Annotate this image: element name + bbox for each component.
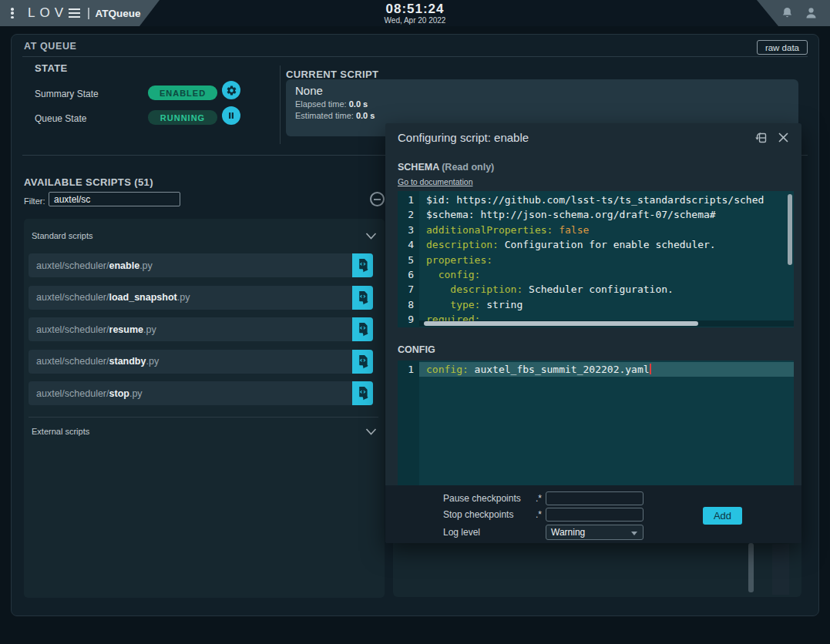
launch-script-button[interactable] — [352, 317, 373, 341]
select-caret-icon — [631, 532, 637, 535]
pause-checkpoints-hint: .* — [529, 493, 542, 504]
current-script-title: CURRENT SCRIPT — [286, 69, 378, 80]
script-launch-icon — [357, 354, 369, 369]
state-section-title: STATE — [35, 62, 68, 74]
summary-state-label: Summary State — [35, 89, 99, 99]
line-number: 1 — [398, 193, 419, 207]
script-launch-icon — [357, 322, 369, 337]
close-icon[interactable] — [776, 130, 791, 145]
clock-time: 08:51:24 — [0, 2, 830, 15]
notifications-bell-icon[interactable] — [781, 6, 794, 20]
current-script-name: None — [295, 84, 789, 97]
state-divider — [280, 65, 281, 144]
panel-title-divider — [22, 56, 808, 57]
line-number: 2 — [398, 207, 419, 222]
scripts-panel: Standard scripts auxtel/scheduler/enable… — [24, 219, 385, 598]
queue-state-badge: RUNNING — [148, 110, 217, 125]
stop-checkpoints-hint: .* — [529, 509, 542, 520]
launch-script-button[interactable] — [352, 286, 373, 310]
documentation-link[interactable]: Go to documentation — [398, 177, 472, 186]
queue-state-label: Queue State — [35, 113, 86, 124]
panel-title: AT QUEUE — [24, 41, 76, 52]
line-number: 6 — [398, 267, 419, 282]
external-scripts-group[interactable]: External scripts — [32, 424, 377, 439]
chevron-down-icon — [365, 233, 377, 240]
script-path: auxtel/scheduler/stop.py — [29, 388, 143, 399]
schema-vertical-scrollbar[interactable] — [788, 194, 792, 265]
line-number: 9 — [398, 312, 419, 327]
clock: 08:51:24 Wed, Apr 20 2022 — [0, 2, 830, 25]
pause-checkpoints-label: Pause checkpoints — [443, 493, 529, 504]
collapse-scripts-button[interactable] — [370, 192, 385, 206]
queue-panel-column — [772, 544, 789, 595]
stop-checkpoints-label: Stop checkpoints — [443, 509, 529, 520]
config-heading: CONFIG — [398, 344, 435, 355]
chevron-down-icon — [365, 428, 377, 435]
minus-icon — [374, 199, 381, 200]
schema-horizontal-scrollbar[interactable] — [424, 321, 698, 326]
code-line: 4description: Configuration for enable s… — [398, 237, 794, 252]
script-row[interactable]: auxtel/scheduler/standby.py — [29, 350, 373, 374]
code-line: 2$schema: http://json-schema.org/draft-0… — [398, 207, 794, 222]
script-launch-icon — [357, 386, 369, 401]
log-level-value: Warning — [551, 527, 585, 538]
user-icon[interactable] — [805, 6, 818, 20]
config-editor[interactable]: 1config: auxtel_fbs_summit_202202.yaml — [398, 361, 794, 485]
line-number: 5 — [398, 253, 419, 267]
config-code-lines: 1config: auxtel_fbs_summit_202202.yaml — [398, 362, 794, 377]
detach-window-icon[interactable] — [754, 130, 768, 145]
launch-script-button[interactable] — [352, 350, 373, 374]
script-launch-icon — [357, 258, 369, 273]
line-number: 1 — [398, 362, 419, 377]
filter-input[interactable] — [49, 192, 180, 206]
raw-data-button[interactable]: raw data — [757, 40, 808, 55]
script-path: auxtel/scheduler/load_snapshot.py — [29, 292, 190, 303]
schema-editor[interactable]: 1$id: https://github.com/lsst-ts/ts_stan… — [398, 191, 794, 327]
elapsed-value: 0.0 s — [349, 99, 368, 109]
gear-icon — [226, 85, 237, 96]
line-number: 8 — [398, 297, 419, 312]
schema-hscroll-track — [419, 320, 794, 327]
modal-title: Configuring script: enable — [398, 131, 529, 144]
queue-scrollbar[interactable] — [748, 543, 754, 592]
script-row[interactable]: auxtel/scheduler/stop.py — [29, 381, 373, 405]
summary-state-settings-button[interactable] — [222, 81, 240, 99]
schema-code-lines: 1$id: https://github.com/lsst-ts/ts_stan… — [398, 193, 794, 327]
modal-footer: Pause checkpoints .* Stop checkpoints .*… — [385, 485, 801, 543]
top-bar: LOV ATQueue 08:51:24 Wed, Apr 20 2022 — [0, 0, 830, 26]
standard-scripts-list: auxtel/scheduler/enable.pyauxtel/schedul… — [29, 253, 373, 414]
standard-scripts-group[interactable]: Standard scripts — [32, 228, 377, 243]
available-scripts-title: AVAILABLE SCRIPTS (51) — [24, 176, 153, 188]
code-line: 7 description: Scheduler configuration. — [398, 282, 794, 297]
code-line: 8 type: string — [398, 297, 794, 312]
code-line: 1config: auxtel_fbs_summit_202202.yaml — [398, 362, 794, 377]
stop-checkpoints-input[interactable] — [546, 508, 644, 522]
script-row[interactable]: auxtel/scheduler/resume.py — [29, 317, 373, 341]
line-number: 4 — [398, 237, 419, 252]
pause-queue-button[interactable] — [222, 106, 240, 125]
script-row[interactable]: auxtel/scheduler/enable.py — [29, 253, 373, 277]
log-level-select[interactable]: Warning — [546, 525, 644, 540]
text-cursor — [650, 364, 651, 374]
pause-checkpoints-input[interactable] — [546, 491, 644, 505]
pause-icon — [227, 111, 236, 120]
estimated-label: Estimated time: — [295, 111, 354, 120]
line-number: 7 — [398, 282, 419, 297]
script-launch-icon — [357, 290, 369, 305]
configure-script-modal: Configuring script: enable SCHEMA (Read … — [385, 123, 801, 543]
launch-script-button[interactable] — [352, 253, 373, 277]
clock-date: Wed, Apr 20 2022 — [0, 16, 830, 25]
script-path: auxtel/scheduler/resume.py — [29, 324, 156, 335]
code-line: 5properties: — [398, 253, 794, 267]
scripts-group-divider — [29, 417, 378, 418]
code-line: 3additionalProperties: false — [398, 223, 794, 237]
line-number: 3 — [398, 223, 419, 237]
page: LOV ATQueue 08:51:24 Wed, Apr 20 2022 AT… — [0, 0, 830, 644]
standard-scripts-label: Standard scripts — [32, 231, 92, 240]
launch-script-button[interactable] — [352, 381, 373, 405]
filter-label: Filter: — [24, 196, 45, 206]
script-row[interactable]: auxtel/scheduler/load_snapshot.py — [29, 286, 373, 310]
script-path: auxtel/scheduler/enable.py — [29, 260, 153, 271]
add-button[interactable]: Add — [703, 507, 742, 525]
script-path: auxtel/scheduler/standby.py — [29, 356, 159, 367]
